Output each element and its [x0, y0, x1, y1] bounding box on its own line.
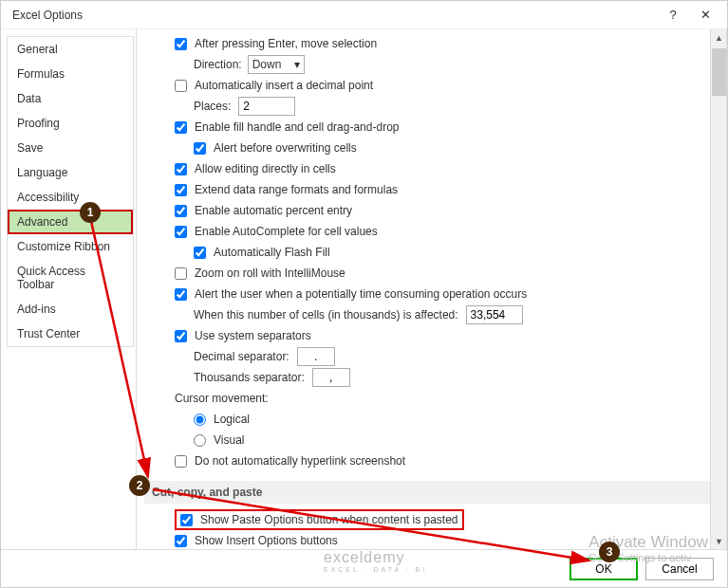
titlebar: Excel Options ? ✕ [1, 1, 727, 29]
chk-fill-handle[interactable] [175, 121, 187, 134]
opt-visual: Visual [194, 430, 710, 450]
callout-2: 2 [129, 475, 150, 496]
input-cells-affected[interactable] [466, 305, 523, 324]
radio-visual[interactable] [194, 434, 206, 447]
help-button[interactable]: ? [659, 4, 687, 27]
chk-auto-percent[interactable] [175, 205, 187, 217]
sidebar-item-save[interactable]: Save [8, 136, 133, 160]
label-cursor-movement: Cursor movement: [175, 388, 710, 409]
input-places[interactable] [238, 97, 295, 116]
chk-no-hyperlink[interactable] [175, 455, 187, 468]
sidebar-item-formulas[interactable]: Formulas [8, 62, 133, 86]
opt-fill-handle: Enable fill handle and cell drag-and-dro… [175, 117, 710, 138]
select-direction[interactable]: Down▾ [248, 55, 305, 74]
chk-show-paste[interactable] [180, 514, 193, 526]
input-dec-sep[interactable] [297, 347, 335, 366]
chevron-down-icon: ▾ [294, 58, 300, 71]
chk-show-insert[interactable] [175, 535, 187, 547]
opt-use-sep: Use system separators [175, 325, 710, 346]
callout-3: 3 [599, 542, 620, 562]
opt-no-hyperlink: Do not automatically hyperlink screensho… [175, 450, 710, 471]
chk-zoom-intelli[interactable] [175, 267, 187, 280]
opt-after-enter: After pressing Enter, move selection [175, 33, 710, 54]
cancel-button[interactable]: Cancel [645, 558, 714, 580]
section-cut-copy-paste: Cut, copy, and paste [144, 481, 710, 504]
input-thou-sep[interactable] [312, 368, 350, 387]
scroll-thumb[interactable] [712, 48, 726, 96]
chk-allow-edit[interactable] [175, 163, 187, 175]
sidebar-item-customize-ribbon[interactable]: Customize Ribbon [8, 234, 133, 259]
dialog-body: General Formulas Data Proofing Save Lang… [1, 29, 727, 549]
sidebar-item-data[interactable]: Data [8, 86, 133, 111]
chk-auto-decimal[interactable] [175, 80, 187, 92]
opt-auto-percent: Enable automatic percent entry [175, 200, 710, 221]
sidebar-item-advanced[interactable]: Advanced [8, 210, 133, 234]
sidebar-item-general[interactable]: General [8, 37, 133, 62]
sidebar-item-accessibility[interactable]: Accessibility [8, 185, 133, 210]
opt-zoom-intelli: Zoom on roll with IntelliMouse [175, 263, 710, 284]
chk-autocomplete[interactable] [175, 226, 187, 238]
opt-alert-overwrite: Alert before overwriting cells [194, 138, 710, 158]
opt-auto-flash: Automatically Flash Fill [194, 242, 710, 263]
window-controls: ? ✕ [659, 4, 719, 27]
main-panel: After pressing Enter, move selection Dir… [137, 29, 727, 549]
opt-show-paste: Show Paste Options button when content i… [175, 509, 710, 530]
chk-auto-flash[interactable] [194, 247, 206, 259]
opt-logical: Logical [194, 409, 710, 430]
chk-after-enter[interactable] [175, 38, 187, 50]
close-button[interactable]: ✕ [691, 4, 719, 27]
scroll-down-icon[interactable]: ▼ [712, 534, 726, 548]
chk-use-sep[interactable] [175, 330, 187, 342]
chk-alert-time[interactable] [175, 288, 187, 301]
excel-options-dialog: Excel Options ? ✕ General Formulas Data … [0, 0, 728, 588]
sidebar-item-addins[interactable]: Add-ins [8, 297, 133, 322]
chk-extend-formats[interactable] [175, 184, 187, 196]
scroll-up-icon[interactable]: ▲ [712, 30, 726, 45]
callout-1: 1 [80, 202, 101, 223]
opt-extend-formats: Extend data range formats and formulas [175, 179, 710, 200]
sidebar-item-proofing[interactable]: Proofing [8, 111, 133, 136]
opt-dec-sep: Decimal separator: [194, 346, 710, 367]
opt-show-insert: Show Insert Options buttons [175, 530, 710, 549]
sidebar-item-quick-access[interactable]: Quick Access Toolbar [8, 259, 133, 297]
sidebar: General Formulas Data Proofing Save Lang… [1, 29, 137, 549]
opt-direction: Direction: Down▾ [194, 54, 710, 75]
opt-alert-time: Alert the user when a potentially time c… [175, 284, 710, 304]
sidebar-item-trust-center[interactable]: Trust Center [8, 322, 133, 346]
opt-places: Places: [194, 96, 710, 117]
opt-thou-sep: Thousands separator: [194, 367, 710, 388]
radio-logical[interactable] [194, 413, 206, 426]
opt-auto-decimal: Automatically insert a decimal point [175, 75, 710, 96]
opt-autocomplete: Enable AutoComplete for cell values [175, 221, 710, 242]
opt-allow-edit: Allow editing directly in cells [175, 158, 710, 179]
chk-alert-overwrite[interactable] [194, 142, 206, 155]
sidebar-item-language[interactable]: Language [8, 160, 133, 185]
opt-cells-affected: When this number of cells (in thousands)… [194, 304, 710, 325]
vertical-scrollbar[interactable]: ▲ ▼ [710, 29, 726, 549]
dialog-title: Excel Options [12, 9, 83, 22]
